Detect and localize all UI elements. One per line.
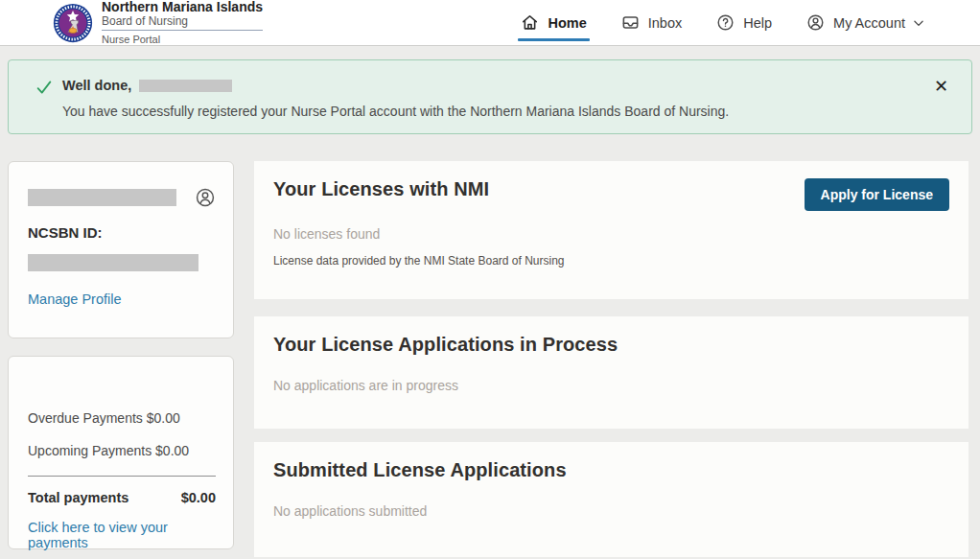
panel-gap xyxy=(254,299,968,316)
in-process-title: Your License Applications in Process xyxy=(273,334,949,356)
submitted-applications-panel: Submitted License Applications No applic… xyxy=(254,442,968,557)
banner-title: Well done, xyxy=(62,78,131,93)
redacted-profile-name xyxy=(28,189,176,206)
redacted-user-name xyxy=(139,80,232,92)
org-logo-text: Northern Mariana Islands Board of Nursin… xyxy=(102,0,263,46)
nav-label-inbox: Inbox xyxy=(648,15,682,31)
overdue-payments-text: Overdue Payments $0.00 xyxy=(28,410,216,426)
view-payments-link[interactable]: Click here to view your payments xyxy=(28,520,216,550)
check-icon xyxy=(35,79,53,96)
nav-item-inbox[interactable]: Inbox xyxy=(621,0,682,45)
licenses-data-note: License data provided by the NMI State B… xyxy=(273,254,949,268)
upcoming-payments-text: Upcoming Payments $0.00 xyxy=(28,443,216,458)
success-banner: Well done, You have successfully registe… xyxy=(8,59,972,134)
payments-card: Overdue Payments $0.00 Upcoming Payments… xyxy=(8,356,234,549)
banner-body: Well done, You have successfully registe… xyxy=(62,78,952,133)
sidebar: NCSBN ID: Manage Profile Overdue Payment… xyxy=(8,161,234,549)
applications-in-process-panel: Your License Applications in Process No … xyxy=(254,316,968,429)
apply-for-license-button[interactable]: Apply for License xyxy=(805,178,949,211)
submitted-empty-message: No applications submitted xyxy=(273,503,949,519)
close-icon[interactable]: ✕ xyxy=(934,78,948,95)
nav-item-home[interactable]: Home xyxy=(521,0,586,45)
org-logo-group: Northern Mariana Islands Board of Nursin… xyxy=(53,0,263,46)
submitted-title: Submitted License Applications xyxy=(273,459,949,481)
nav-label-home: Home xyxy=(548,15,586,31)
banner-message: You have successfully registered your Nu… xyxy=(62,104,952,119)
total-payments-label: Total payments xyxy=(28,490,128,505)
portal-name: Nurse Portal xyxy=(102,30,263,46)
licenses-empty-message: No licenses found xyxy=(273,226,949,242)
manage-profile-link[interactable]: Manage Profile xyxy=(28,291,122,307)
total-payments-value: $0.00 xyxy=(181,490,216,505)
app-header: Northern Mariana Islands Board of Nursin… xyxy=(0,0,980,46)
main-column: Your Licenses with NMI Apply for License… xyxy=(254,161,968,557)
account-icon xyxy=(806,13,825,32)
nav-item-help[interactable]: Help xyxy=(716,0,772,45)
chevron-down-icon xyxy=(912,16,925,30)
nav-label-help: Help xyxy=(743,15,772,31)
licenses-title: Your Licenses with NMI xyxy=(273,178,489,200)
page-content: NCSBN ID: Manage Profile Overdue Payment… xyxy=(8,161,968,557)
profile-card: NCSBN ID: Manage Profile xyxy=(8,161,234,338)
help-icon xyxy=(716,13,735,32)
org-name: Northern Mariana Islands xyxy=(102,0,263,14)
main-nav: Home Inbox Help My Account xyxy=(521,0,925,45)
licenses-panel: Your Licenses with NMI Apply for License… xyxy=(254,161,968,299)
panel-gap xyxy=(254,429,968,442)
org-seal-icon xyxy=(53,3,93,43)
in-process-empty-message: No applications are in progress xyxy=(273,378,949,393)
redacted-ncsbn-id xyxy=(28,254,198,271)
inbox-icon xyxy=(621,13,640,32)
nav-label-my-account: My Account xyxy=(833,15,905,31)
person-icon xyxy=(195,187,216,208)
ncsbn-id-label: NCSBN ID: xyxy=(28,224,216,241)
org-division: Board of Nursing xyxy=(102,14,263,28)
payments-divider xyxy=(28,476,216,477)
nav-item-my-account[interactable]: My Account xyxy=(806,0,925,45)
home-icon xyxy=(521,13,539,32)
